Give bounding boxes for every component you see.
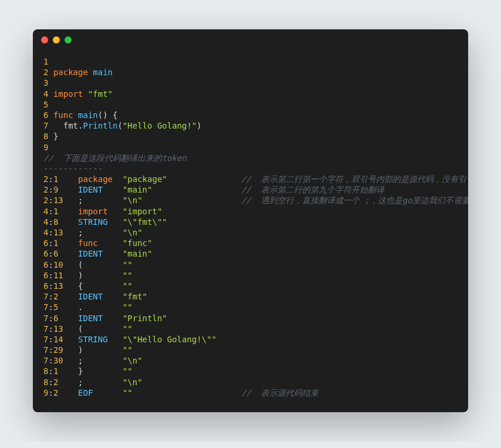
- token-line: 7:6 IDENT "Println": [43, 313, 458, 324]
- colon-separator: :: [48, 196, 53, 205]
- token-column-number: 6: [53, 314, 78, 323]
- source-line: 5: [43, 99, 458, 110]
- token-type: (: [78, 324, 123, 334]
- zoom-icon[interactable]: [65, 36, 72, 43]
- token-column-number: 5: [53, 302, 78, 312]
- colon-separator: :: [48, 217, 53, 227]
- token-line: 8:1 } "": [43, 366, 458, 376]
- token-value: "": [123, 388, 133, 398]
- token-column-number: 2: [53, 378, 78, 387]
- colon-separator: :: [48, 366, 53, 376]
- colon-separator: :: [48, 174, 53, 184]
- token-type: STRING: [78, 335, 123, 344]
- code-segment: }: [53, 132, 58, 141]
- token-value: "": [123, 271, 133, 280]
- source-line: 1: [43, 56, 458, 67]
- token-line: 6:1 func "func": [43, 238, 458, 248]
- token-line: 7:5 . "": [43, 302, 458, 312]
- colon-separator: :: [48, 335, 53, 344]
- token-line: 6:13 { "": [43, 281, 458, 291]
- token-line: 4:13 ; "\n": [43, 227, 458, 238]
- source-line: 4 import "fmt": [43, 89, 458, 99]
- colon-separator: :: [48, 281, 53, 291]
- token-value: "\n": [123, 356, 143, 365]
- code-segment: {: [108, 110, 118, 120]
- token-line: 7:29 ) "": [43, 345, 458, 355]
- token-line: 6:11 ) "": [43, 270, 458, 281]
- divider: ------------: [43, 163, 458, 174]
- token-value: "\n": [123, 228, 143, 237]
- colon-separator: :: [48, 378, 53, 387]
- colon-separator: :: [48, 260, 53, 270]
- token-value: "\"fmt\"": [123, 217, 167, 227]
- colon-separator: :: [48, 388, 53, 398]
- colon-separator: :: [48, 356, 53, 365]
- code-segment: (): [98, 110, 108, 120]
- code-segment: import: [53, 89, 83, 99]
- code-segment: (: [117, 121, 122, 130]
- token-type: ;: [78, 378, 123, 387]
- source-line: 6 func main() {: [43, 110, 458, 120]
- token-type: (: [78, 260, 123, 270]
- token-value: "\"Hello Golang!\"": [123, 335, 216, 344]
- token-column-number: 13: [53, 324, 78, 334]
- code-segment: package: [53, 68, 88, 77]
- token-column-number: 1: [53, 238, 78, 248]
- colon-separator: :: [48, 271, 53, 280]
- token-value: "\n": [123, 378, 143, 387]
- token-comment: // 表示源代码结束: [241, 388, 319, 398]
- code-segment: main: [88, 68, 113, 77]
- token-type: .: [78, 302, 123, 312]
- token-line: 7:2 IDENT "fmt": [43, 291, 458, 302]
- token-type: STRING: [78, 217, 123, 227]
- colon-separator: :: [48, 185, 53, 194]
- code-segment: func: [53, 110, 73, 120]
- colon-separator: :: [48, 228, 53, 237]
- colon-separator: :: [48, 345, 53, 355]
- code-segment: "Hello Golang!": [123, 121, 197, 130]
- token-line: 7:13 ( "": [43, 324, 458, 334]
- token-line: 8:2 ; "\n": [43, 377, 458, 388]
- source-line: 9: [43, 142, 458, 153]
- token-column-number: 1: [53, 207, 78, 216]
- code-window: 1 2 package main3 4 import "fmt"5 6 func…: [33, 29, 468, 412]
- token-type: package: [78, 174, 123, 184]
- token-line: 6:10 ( "": [43, 260, 458, 270]
- titlebar: [33, 29, 468, 50]
- colon-separator: :: [48, 238, 53, 248]
- token-comment: // 表示第二行的第九个字符开始翻译: [241, 185, 384, 194]
- token-type: func: [78, 238, 123, 248]
- token-column-number: 1: [53, 366, 78, 376]
- token-value: "": [123, 281, 133, 291]
- token-column-number: 29: [53, 345, 78, 355]
- minimize-icon[interactable]: [53, 36, 60, 43]
- token-type: ): [78, 271, 123, 280]
- token-line: 4:1 import "import": [43, 206, 458, 217]
- token-type: ): [78, 345, 123, 355]
- token-column-number: 30: [53, 356, 78, 365]
- token-type: IDENT: [78, 314, 123, 323]
- token-value: "": [123, 366, 133, 376]
- token-column-number: 10: [53, 260, 78, 270]
- token-type: }: [78, 366, 123, 376]
- token-line: 2:9 IDENT "main" // 表示第二行的第九个字符开始翻译: [43, 184, 458, 195]
- token-line: 9:2 EOF "" // 表示源代码结束: [43, 388, 458, 398]
- token-value: "": [123, 260, 133, 270]
- code-segment: main: [73, 110, 98, 120]
- token-type: IDENT: [78, 292, 123, 301]
- token-comment: // 表示第二行第一个字符，双引号内部的是源代码，没有引号的是翻译的token: [241, 174, 468, 184]
- code-segment: "fmt": [83, 89, 113, 99]
- token-value: "import": [123, 207, 162, 216]
- token-value: "": [123, 324, 133, 334]
- token-type: ;: [78, 356, 123, 365]
- token-comment: // 遇到空行，直接翻译成一个 ;，这也是go里边我们不需要; 的原因: [241, 196, 468, 205]
- token-line: 7:14 STRING "\"Hello Golang!\"": [43, 334, 458, 345]
- source-line: 8 }: [43, 131, 458, 142]
- code-area: 1 2 package main3 4 import "fmt"5 6 func…: [33, 50, 468, 412]
- close-icon[interactable]: [41, 36, 48, 43]
- token-column-number: 2: [53, 292, 78, 301]
- token-column-number: 6: [53, 249, 78, 258]
- token-column-number: 2: [53, 388, 78, 398]
- colon-separator: :: [48, 207, 53, 216]
- token-line: 7:30 ; "\n": [43, 355, 458, 366]
